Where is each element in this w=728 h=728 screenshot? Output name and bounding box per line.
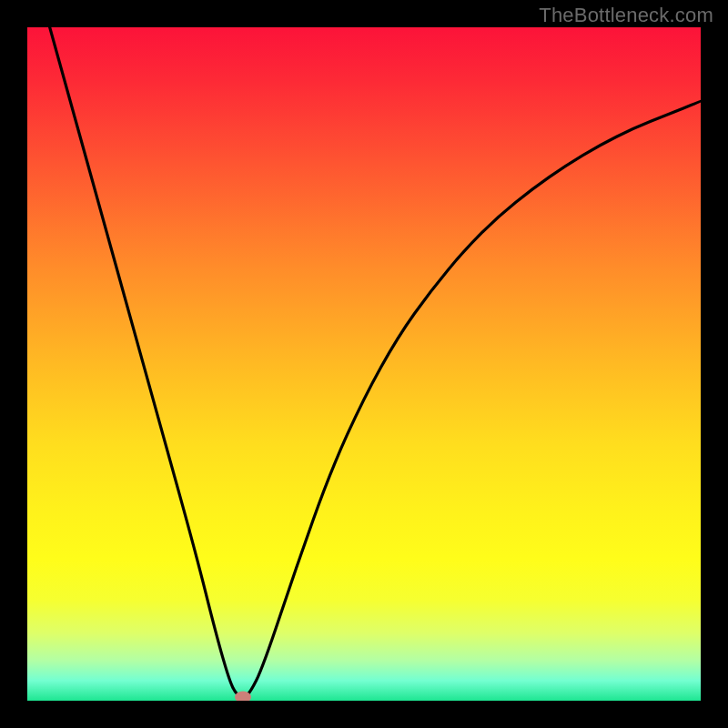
watermark-text: TheBottleneck.com <box>539 4 713 27</box>
chart-min-marker <box>235 692 251 701</box>
chart-plot-area <box>27 27 701 701</box>
chart-curve <box>27 27 701 701</box>
